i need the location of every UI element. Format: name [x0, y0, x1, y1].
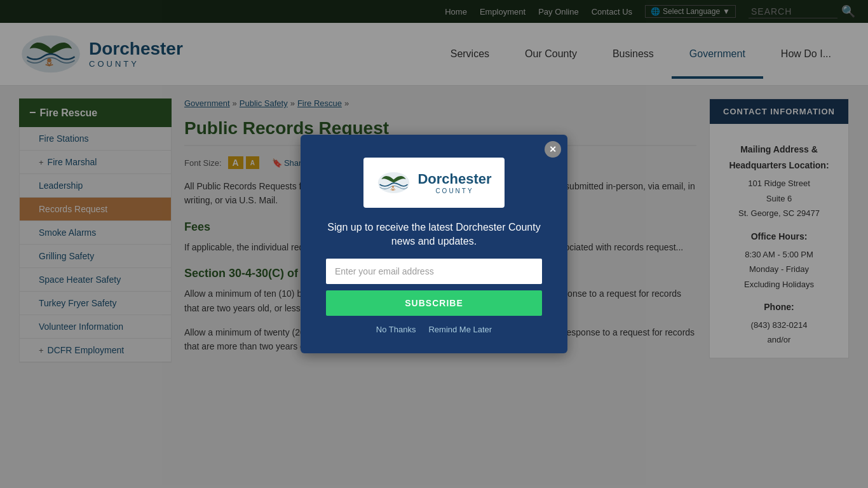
modal-subscribe-button[interactable]: SUBSCRIBE	[326, 290, 542, 316]
modal-overlay: ✕ Dorchester COUNTY Sign up to receive t…	[0, 0, 868, 488]
modal-title: Sign up to receive the latest Dorchester…	[326, 220, 542, 249]
modal-logo-county: COUNTY	[417, 187, 491, 194]
modal-email-input[interactable]	[326, 259, 542, 284]
modal-close-button[interactable]: ✕	[545, 141, 561, 158]
modal-links: No Thanks Remind Me Later	[326, 325, 542, 334]
modal-logo: Dorchester COUNTY	[363, 158, 504, 208]
modal-logo-text: Dorchester	[417, 171, 491, 187]
no-thanks-link[interactable]: No Thanks	[376, 325, 416, 334]
svg-point-3	[392, 186, 394, 187]
modal-logo-icon	[376, 165, 411, 200]
remind-later-link[interactable]: Remind Me Later	[428, 325, 492, 334]
email-signup-modal: ✕ Dorchester COUNTY Sign up to receive t…	[301, 135, 567, 354]
